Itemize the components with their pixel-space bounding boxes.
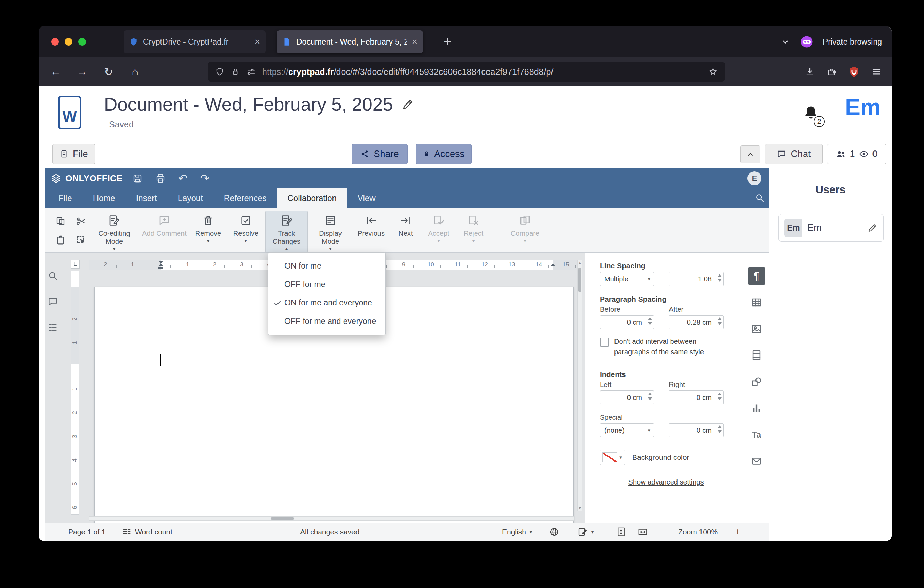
- indent-right-spinner[interactable]: 0 cm: [669, 390, 724, 405]
- chart-settings-tab[interactable]: [744, 395, 769, 421]
- text-art-settings-tab[interactable]: Ta: [744, 421, 769, 448]
- spinner-arrows[interactable]: [648, 317, 652, 325]
- redo-icon[interactable]: ↷: [200, 172, 210, 185]
- track-changes-menu-item[interactable]: ON for me: [269, 257, 385, 275]
- search-icon[interactable]: [754, 193, 765, 203]
- special-select[interactable]: (none) ▾: [600, 423, 654, 437]
- zoom-in-button[interactable]: +: [735, 523, 741, 541]
- zoom-out-button[interactable]: −: [659, 523, 665, 541]
- collaborator-avatar[interactable]: E: [747, 172, 761, 185]
- undo-icon[interactable]: ↶: [178, 172, 188, 185]
- track-changes-menu-item[interactable]: OFF for me: [269, 275, 385, 294]
- spinner-arrows[interactable]: [648, 393, 652, 400]
- maximize-window-button[interactable]: [78, 38, 86, 46]
- chat-button[interactable]: Chat: [765, 144, 823, 164]
- paragraph-settings-tab[interactable]: ¶: [744, 263, 769, 289]
- downloads-icon[interactable]: [805, 66, 815, 77]
- spinner-arrows[interactable]: [718, 425, 722, 433]
- hanging-indent-marker[interactable]: [158, 263, 163, 266]
- track-changes-menu-item[interactable]: OFF for me and everyone: [269, 312, 385, 330]
- special-amount-spinner[interactable]: 0 cm: [669, 423, 724, 437]
- indent-left-spinner[interactable]: 0 cm: [600, 390, 654, 405]
- bookmark-star-icon[interactable]: [708, 67, 718, 77]
- shape-settings-tab[interactable]: [744, 368, 769, 395]
- minimize-window-button[interactable]: [65, 38, 73, 46]
- comments-icon[interactable]: [47, 296, 58, 307]
- zoom-level[interactable]: Zoom 100%: [678, 523, 718, 541]
- permissions-icon[interactable]: [246, 67, 256, 77]
- line-spacing-select[interactable]: Multiple ▾: [600, 272, 654, 286]
- horizontal-scroll-thumb[interactable]: [271, 517, 294, 520]
- collapse-toolbar-button[interactable]: [740, 145, 761, 164]
- next-change-button[interactable]: Next: [391, 211, 421, 239]
- scroll-up-icon[interactable]: ▲: [578, 260, 582, 266]
- share-button[interactable]: Share: [351, 144, 408, 164]
- compare-button[interactable]: Compare ▾: [506, 211, 544, 244]
- spellcheck-globe-button[interactable]: [549, 523, 559, 541]
- track-changes-button[interactable]: Track Changes ▴: [265, 211, 308, 253]
- save-icon[interactable]: [132, 173, 143, 183]
- user-count-button[interactable]: 1 0: [827, 144, 886, 164]
- paste-icon[interactable]: [54, 233, 68, 247]
- word-count-button[interactable]: Word count: [122, 523, 172, 541]
- line-spacing-amount-spinner[interactable]: 1.08: [669, 272, 724, 286]
- cut-icon[interactable]: [74, 214, 88, 228]
- spinner-arrows[interactable]: [718, 393, 722, 400]
- vertical-scroll-thumb[interactable]: [578, 268, 581, 292]
- fit-width-button[interactable]: [637, 523, 648, 541]
- menu-tab[interactable]: Collaboration: [277, 188, 347, 208]
- file-button[interactable]: File: [52, 144, 96, 164]
- accept-change-button[interactable]: Accept ▾: [422, 211, 455, 244]
- url-text[interactable]: https://cryptpad.fr/doc/#/3/doc/edit/ff0…: [262, 67, 702, 77]
- tracking-shield-icon[interactable]: [215, 67, 224, 77]
- menu-tab[interactable]: View: [347, 188, 386, 208]
- mail-merge-settings-tab[interactable]: [744, 448, 769, 474]
- ublock-origin-icon[interactable]: [848, 66, 860, 78]
- reject-change-button[interactable]: Reject ▾: [457, 211, 490, 244]
- vertical-scrollbar[interactable]: ▲ ▼: [577, 259, 582, 511]
- fit-page-button[interactable]: [616, 523, 626, 541]
- tab-document[interactable]: Document - Wed, February 5, 2 ×: [277, 30, 423, 53]
- navigation-headings-icon[interactable]: [47, 322, 58, 333]
- language-selector[interactable]: English ▾: [502, 523, 532, 541]
- interval-checkbox[interactable]: [600, 337, 609, 347]
- spinner-arrows[interactable]: [718, 317, 722, 325]
- vertical-ruler[interactable]: 21 123456: [71, 271, 79, 515]
- edit-title-pencil-icon[interactable]: [401, 97, 415, 111]
- select-all-icon[interactable]: [74, 233, 88, 247]
- close-tab-icon[interactable]: ×: [412, 36, 417, 47]
- menu-tab[interactable]: Layout: [167, 188, 213, 208]
- lock-icon[interactable]: [231, 67, 240, 76]
- show-advanced-settings-link[interactable]: Show advanced settings: [588, 478, 744, 486]
- track-changes-menu-item[interactable]: ON for me and everyone: [269, 294, 385, 312]
- hamburger-menu-icon[interactable]: [871, 66, 882, 77]
- display-mode-button[interactable]: Display Mode ▾: [309, 211, 351, 253]
- spinner-arrows[interactable]: [718, 274, 722, 282]
- tab-stop-selector[interactable]: [71, 259, 80, 269]
- header-footer-settings-tab[interactable]: [744, 342, 769, 368]
- image-settings-tab[interactable]: [744, 315, 769, 342]
- list-all-tabs-chevron-icon[interactable]: [780, 36, 791, 47]
- reload-icon[interactable]: ↻: [101, 64, 116, 79]
- spacing-before-spinner[interactable]: 0 cm: [600, 315, 654, 329]
- left-indent-marker[interactable]: [158, 267, 163, 269]
- track-changes-status-button[interactable]: ▾: [577, 523, 594, 541]
- close-window-button[interactable]: [51, 38, 59, 46]
- right-indent-marker[interactable]: [550, 263, 555, 266]
- forward-icon[interactable]: →: [75, 64, 89, 79]
- user-avatar[interactable]: Em: [845, 94, 881, 120]
- menu-tab[interactable]: References: [213, 188, 277, 208]
- table-settings-tab[interactable]: [744, 289, 769, 315]
- background-color-button[interactable]: ▾: [600, 450, 625, 465]
- scroll-down-icon[interactable]: ▼: [578, 505, 582, 511]
- edit-name-pencil-icon[interactable]: [867, 223, 878, 233]
- access-button[interactable]: Access: [416, 144, 472, 164]
- horizontal-scrollbar[interactable]: [89, 516, 575, 521]
- copy-icon[interactable]: [54, 214, 68, 228]
- close-tab-icon[interactable]: ×: [254, 36, 260, 47]
- resolve-button[interactable]: Resolve ▾: [228, 211, 264, 244]
- home-icon[interactable]: ⌂: [128, 64, 142, 79]
- user-list-item[interactable]: Em Em: [779, 214, 884, 242]
- previous-change-button[interactable]: Previous: [353, 211, 389, 239]
- spacing-after-spinner[interactable]: 0.28 cm: [669, 315, 724, 329]
